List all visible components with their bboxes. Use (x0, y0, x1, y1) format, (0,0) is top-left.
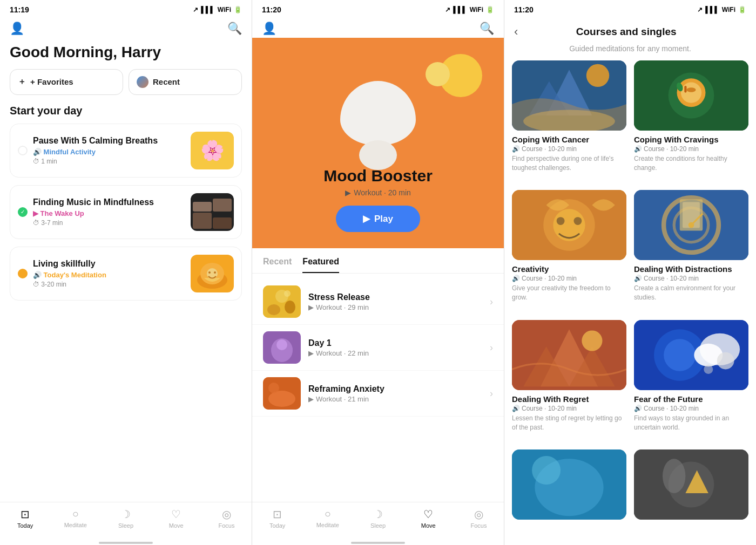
card-text-1: Pause With 5 Calming Breaths 🔊 Mindful A… (33, 136, 184, 165)
nav-focus-label: Focus (218, 522, 234, 529)
nav-today-label: Today (17, 522, 33, 529)
back-button[interactable]: ‹ (514, 25, 518, 39)
courses-header: ‹ Courses and singles (504, 17, 756, 42)
recent-button[interactable]: Recent (129, 69, 242, 95)
search-icon[interactable]: 🔍 (227, 22, 242, 36)
time-3: 11:20 (514, 5, 534, 14)
recent-label: Recent (153, 77, 180, 86)
status-bar-2: 11:20 ↗ ▌▌▌ WiFi 🔋 (252, 0, 504, 17)
home-indicator-1 (0, 542, 252, 545)
card-duration-1: ⏱ 1 min (33, 158, 184, 165)
battery-icon-2: 🔋 (486, 6, 494, 13)
nav-meditate-label: Meditate (64, 522, 87, 528)
distractions-meta: 🔊 Course · 10-20 min (634, 275, 748, 282)
future-thumb (634, 320, 748, 390)
course-extra1[interactable] (512, 449, 626, 534)
card-thumb-2 (191, 193, 234, 231)
nav-move-2[interactable]: ♡ Move (403, 508, 454, 529)
stress-art (263, 285, 301, 318)
plus-icon: ＋ (18, 77, 26, 87)
card-music[interactable]: ✓ Finding Music in Mindfulness ▶ The Wak… (10, 185, 242, 239)
profile-icon-2[interactable]: 👤 (262, 22, 276, 36)
nav-meditate-2[interactable]: ○ Meditate (302, 508, 353, 529)
video-icon: ▶ (345, 188, 351, 197)
nav-sleep-1[interactable]: ☽ Sleep (100, 508, 151, 529)
regret-meta: 🔊 Course · 10-20 min (512, 405, 626, 412)
svg-point-19 (586, 64, 609, 87)
hero-subtitle: ▶ Workout · 20 min (345, 188, 411, 197)
focus-icon-2: ◎ (474, 508, 483, 521)
stress-thumb (263, 285, 301, 318)
distractions-thumb (634, 190, 748, 260)
card-text-2: Finding Music in Mindfulness ▶ The Wake … (33, 197, 184, 227)
featured-list: Stress Release ▶ Workout · 29 min › (252, 274, 504, 422)
meditate-icon: ○ (72, 508, 79, 520)
card-title-3: Living skillfully (33, 259, 184, 269)
course-distractions[interactable]: Dealing With Distractions 🔊 Course · 10-… (634, 190, 748, 312)
hero-stones (340, 81, 416, 170)
svg-point-54 (532, 456, 561, 485)
signal-icon: ▌▌▌ (201, 6, 215, 13)
svg-point-4 (214, 271, 216, 274)
course-cravings[interactable]: Coping With Cravings 🔊 Course · 10-20 mi… (634, 60, 748, 182)
nav-move-1[interactable]: ♡ Move (151, 508, 201, 529)
stone-small (359, 140, 397, 170)
nav-today-label-2: Today (269, 522, 285, 529)
extra2-thumb (634, 449, 748, 520)
list-item-stress[interactable]: Stress Release ▶ Workout · 29 min › (252, 279, 504, 325)
location-icon-3: ↗ (697, 6, 703, 13)
play-button[interactable]: ▶ Play (336, 206, 420, 232)
list-item-day1[interactable]: Day 1 ▶ Workout · 22 min › (252, 325, 504, 371)
card-title-2: Finding Music in Mindfulness (33, 197, 184, 207)
svg-rect-26 (684, 86, 686, 93)
nav-focus-1[interactable]: ◎ Focus (201, 508, 252, 529)
cravings-desc: Create the conditions for healthy change… (634, 154, 748, 173)
chevron-stress: › (490, 296, 493, 308)
start-section-title: Start your day (0, 105, 252, 124)
wifi-icon-3: WiFi (722, 6, 735, 13)
time-1: 11:19 (10, 5, 29, 14)
stress-meta: ▶ Workout · 29 min (308, 303, 482, 311)
svg-point-32 (573, 217, 582, 226)
future-meta-icon: 🔊 (634, 405, 642, 412)
greeting-text: Good Morning, Harry (0, 38, 252, 69)
tab-recent[interactable]: Recent (263, 257, 292, 273)
search-icon-2[interactable]: 🔍 (480, 22, 494, 36)
svg-point-57 (663, 459, 685, 493)
cancer-title: Coping With Cancer (512, 135, 626, 144)
wifi-icon: WiFi (218, 6, 231, 13)
course-creativity[interactable]: Creativity 🔊 Course · 10-20 min Give you… (512, 190, 626, 312)
nav-today-1[interactable]: ⊡ Today (0, 508, 50, 529)
day1-meta-text: Workout · 22 min (316, 349, 369, 357)
nav-focus-label-2: Focus (470, 522, 487, 529)
nav-meditate-1[interactable]: ○ Meditate (50, 508, 100, 529)
svg-point-44 (582, 330, 602, 351)
status-bar-1: 11:19 ↗ ▌▌▌ WiFi 🔋 (0, 0, 252, 17)
cravings-meta: 🔊 Course · 10-20 min (634, 145, 748, 153)
card-living[interactable]: Living skillfully 🔊 Today's Meditation ⏱… (10, 247, 242, 301)
svg-point-25 (687, 87, 696, 92)
nav-focus-2[interactable]: ◎ Focus (454, 508, 504, 529)
chevron-day1: › (490, 342, 493, 353)
course-cancer[interactable]: Coping With Cancer 🔊 Course · 10-20 min … (512, 60, 626, 182)
nav-move-label-2: Move (421, 522, 436, 529)
cravings-thumb (634, 60, 748, 131)
course-extra2[interactable] (634, 449, 748, 534)
cancer-thumb (512, 60, 626, 131)
bottom-nav-2: ⊡ Today ○ Meditate ☽ Sleep ♡ Move ◎ Focu… (252, 502, 504, 542)
svg-point-30 (553, 209, 585, 241)
featured-header: 👤 🔍 (252, 17, 504, 38)
nav-today-2[interactable]: ⊡ Today (252, 508, 302, 529)
tab-featured[interactable]: Featured (302, 257, 339, 273)
today-icon-2: ⊡ (273, 508, 282, 521)
course-future[interactable]: Fear of the Future 🔊 Course · 10-20 min … (634, 320, 748, 442)
cancer-meta-text: Course · 10-20 min (522, 145, 577, 153)
profile-icon[interactable]: 👤 (10, 22, 24, 36)
creativity-thumb (512, 190, 626, 260)
svg-point-51 (704, 365, 713, 374)
course-regret[interactable]: Dealing With Regret 🔊 Course · 10-20 min… (512, 320, 626, 442)
nav-sleep-2[interactable]: ☽ Sleep (353, 508, 403, 529)
card-calming[interactable]: Pause With 5 Calming Breaths 🔊 Mindful A… (10, 124, 242, 178)
favorites-button[interactable]: ＋ + Favorites (10, 69, 123, 95)
list-item-reframe[interactable]: Reframing Anxiety ▶ Workout · 21 min › (252, 371, 504, 417)
